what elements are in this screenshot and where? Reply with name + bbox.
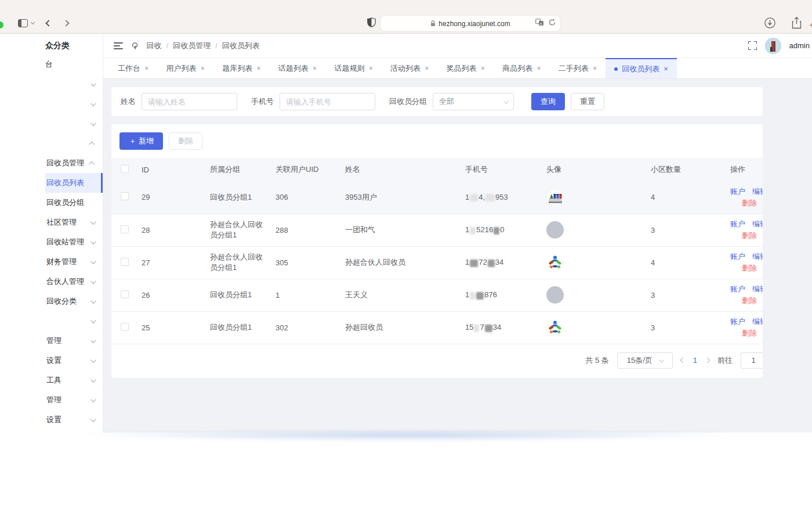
account-link[interactable]: 账户 [730,317,745,326]
phone-input[interactable] [280,93,375,110]
sidebar-item-回收分类[interactable]: 回收分类 [0,291,103,311]
download-icon[interactable] [764,17,775,28]
forward-button[interactable] [61,18,71,28]
sidebar-item-设置[interactable]: 设置 [0,351,103,370]
tab-商品列表[interactable]: 商品列表× [494,58,550,78]
sidebar-item[interactable] [0,114,103,134]
close-icon[interactable]: × [368,64,373,72]
translate-icon[interactable]: A [535,19,544,26]
tab-用户列表[interactable]: 用户列表× [158,58,214,78]
delete-link[interactable]: 删除 [742,231,757,240]
edit-link[interactable]: 编辑 [752,219,763,228]
back-button[interactable] [44,18,54,28]
reload-icon[interactable] [549,19,556,26]
reset-button[interactable]: 重置 [571,93,604,110]
row-checkbox[interactable] [121,323,129,331]
sidebar-item-工具[interactable]: 工具 [0,370,103,390]
tab-活动列表[interactable]: 活动列表× [382,58,438,78]
cell-avatar [537,279,641,311]
delete-link[interactable]: 删除 [742,296,757,305]
delete-link[interactable]: 删除 [742,199,757,207]
tab-奖品列表[interactable]: 奖品列表× [438,58,494,78]
next-page-button[interactable] [705,358,710,363]
query-button[interactable]: 查询 [531,93,565,110]
tab-话题列表[interactable]: 话题列表× [270,58,326,78]
delete-link[interactable]: 删除 [742,329,757,337]
sidebar-item[interactable] [0,311,103,331]
breadcrumb-item[interactable]: 回收员管理 [173,41,211,51]
close-icon[interactable]: × [313,64,317,72]
group-select[interactable]: 全部 [433,93,514,110]
delete-link[interactable]: 删除 [742,264,757,272]
sidebar-item-管理[interactable]: 管理 [0,390,103,410]
tab-题库列表[interactable]: 题库列表× [213,58,270,78]
share-icon[interactable] [792,17,802,29]
close-icon[interactable]: × [536,64,541,72]
tab-回收员列表[interactable]: 回收员列表× [606,58,677,78]
sidebar-item[interactable] [0,94,103,114]
tab-label: 活动列表 [390,63,420,74]
edit-link[interactable]: 编辑 [752,252,763,261]
sidebar-item-回收员列表[interactable]: 回收员列表 [0,173,103,193]
edit-link[interactable]: 编辑 [752,317,763,326]
close-icon[interactable]: × [256,64,261,72]
sidebar-toggle-icon[interactable] [17,18,28,28]
tab-工作台[interactable]: 工作台× [109,58,158,78]
current-page[interactable]: 1 [693,356,697,365]
close-icon[interactable]: × [593,64,597,72]
sidebar-item-回收站管理[interactable]: 回收站管理 [0,232,103,252]
traffic-light-green[interactable] [0,21,3,28]
edit-link[interactable]: 编辑 [752,284,763,293]
close-icon[interactable]: × [425,64,429,72]
tab-二手列表[interactable]: 二手列表× [550,58,606,78]
shield-icon[interactable] [367,17,376,27]
row-checkbox[interactable] [121,225,129,233]
chevron-down-icon [90,239,96,244]
chevron-down-icon[interactable] [31,20,35,24]
account-link[interactable]: 账户 [730,284,745,293]
url-bar[interactable]: hezhong.xiaojunet.com A [380,16,560,31]
account-link[interactable]: 账户 [730,187,745,196]
chevron-down-icon [90,81,96,87]
fullscreen-icon[interactable] [748,41,757,50]
sidebar-item-社区管理[interactable]: 社区管理 [0,212,103,232]
sidebar-item-财务管理[interactable]: 财务管理 [0,252,103,272]
name-input[interactable] [142,93,237,110]
breadcrumb-item[interactable]: 回收 [147,41,162,51]
cell-uid: 288 [266,214,336,246]
cell-districts: 3 [641,311,721,344]
avatar[interactable] [765,38,781,54]
add-button[interactable]: ＋新增 [119,132,163,150]
close-icon[interactable]: × [481,64,485,72]
prev-page-button[interactable] [680,358,686,363]
cell-uid: 1 [266,279,336,311]
delete-button[interactable]: 删除 [169,132,202,150]
sidebar-item[interactable] [0,74,103,94]
close-icon[interactable]: × [201,64,205,72]
goto-page-input[interactable] [741,352,763,369]
row-checkbox[interactable] [121,192,129,200]
sidebar-item-设置[interactable]: 设置 [0,410,103,430]
sidebar-item[interactable] [0,134,103,153]
account-link[interactable]: 账户 [730,219,745,228]
new-tab-icon[interactable]: ＋ [807,19,812,31]
redacted-digits [470,194,478,201]
breadcrumb-item[interactable]: 回收员列表 [222,41,260,51]
sidebar-item-回收员分组[interactable]: 回收员分组 [0,193,103,212]
close-icon[interactable]: × [664,65,668,73]
close-icon[interactable]: × [144,64,149,72]
menu-fold-icon[interactable] [114,42,123,49]
select-all-checkbox[interactable] [121,165,129,173]
edit-link[interactable]: 编辑 [752,187,763,196]
row-checkbox[interactable] [121,290,129,298]
sidebar-item-回收员管理[interactable]: 回收员管理 [0,153,103,173]
cell-actions: 账户编辑删除 [721,311,763,344]
row-checkbox[interactable] [121,258,129,266]
page-size-select[interactable]: 15条/页 [617,352,673,369]
sidebar-item-合伙人管理[interactable]: 合伙人管理 [0,272,103,291]
account-link[interactable]: 账户 [730,252,745,261]
sidebar-item-管理[interactable]: 管理 [0,331,103,351]
tab-话题规则[interactable]: 话题规则× [325,58,382,78]
username[interactable]: admin [789,41,810,50]
refresh-icon[interactable]: ⟳ [129,42,140,49]
